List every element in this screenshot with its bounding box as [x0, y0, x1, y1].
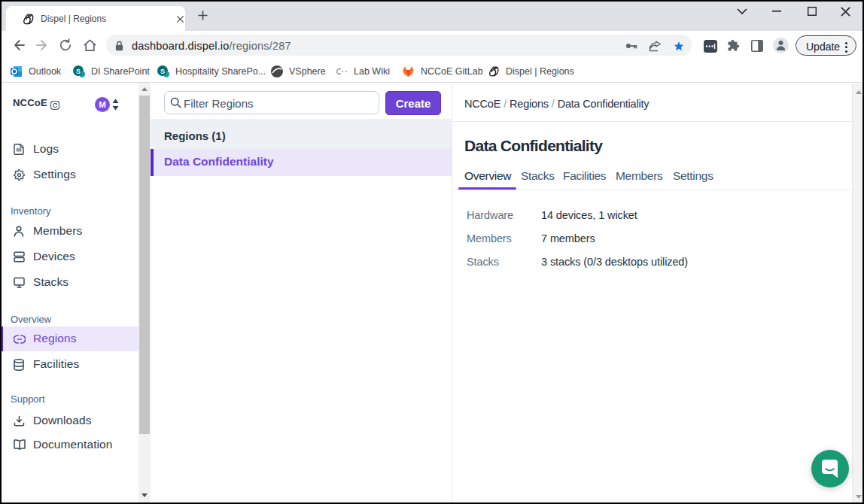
svg-text:S: S [76, 68, 81, 75]
svg-text:S: S [160, 68, 165, 75]
